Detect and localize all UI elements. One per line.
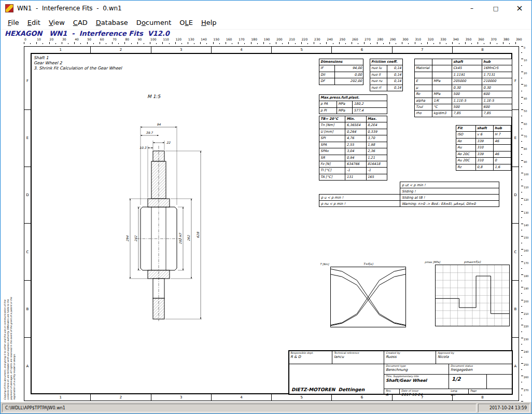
document-type-label: Document type [385, 364, 447, 368]
document-type-value: Berechnung [385, 368, 447, 372]
table-row: nue lu0,14 [370, 65, 403, 72]
temperature-results-table: TB= 20°CMin.Max. Tn [Nm]6,365E48,2E4U [m… [319, 116, 387, 181]
table-row: IF94,00 [319, 65, 363, 72]
menu-ole[interactable]: OLE [175, 17, 197, 28]
menu-file[interactable]: File [4, 17, 23, 28]
dim-label: 202 H7 [178, 232, 182, 244]
frame-ref-cell: 7 [392, 47, 452, 53]
technical-reference-label: Technical reference [333, 351, 383, 355]
frame-ref-cell: 6 [331, 47, 391, 53]
fit-table: Fitshafthub ISOv 6H 7Ao33946Au310Ao 20C3… [456, 125, 511, 171]
table-row: Tn [Nm]6,365E48,2E4 [319, 122, 387, 129]
frame-ref-cell: 5 [271, 47, 331, 53]
frame-rows-left: FEDCBA [24, 53, 31, 394]
table-row: EMPa205000210000 [415, 78, 512, 85]
minimize-icon: – [470, 5, 473, 12]
titleblock-responsible-dept: Responsible dept. R & D [289, 351, 331, 364]
table-row: Ao 20C33946 [456, 151, 511, 157]
pressure-chart: pmax [MPa] pmax=f(x) [425, 260, 512, 334]
dimensions-table: Dimensions IF94,00DII0,00DF202,00 [319, 59, 363, 85]
table-row: SPAx3,042,36 [319, 148, 387, 155]
copyright-note: Copying of this document, and giving it … [4, 294, 16, 400]
minimize-button[interactable]: – [460, 1, 484, 16]
scale-label: M 1:5 [147, 94, 160, 99]
warning-box-right: p ut < p min !Sliding !Sliding at tB !Wa… [400, 182, 499, 207]
maximize-button[interactable]: □ [484, 1, 508, 16]
rev-value: A [385, 393, 399, 397]
approved-by-value: Nicola [437, 355, 512, 360]
document-status-label: Document status [450, 364, 512, 368]
responsible-dept-value: R & D [289, 355, 331, 360]
frame-ref-cell: 6 [331, 394, 391, 401]
frame-ref-cell: C [24, 223, 31, 280]
app-window: WN1 - Interference Fits - 0.wn1 – □ × Fi… [0, 0, 532, 414]
table-row: Au310 [456, 145, 511, 151]
max-pressure-table-title: Max.press.full.plast. [319, 95, 387, 101]
dim-label: 94 [157, 122, 161, 126]
titleblock-sheet: 1/2 [450, 375, 486, 389]
table-row: p PIMPa577,4 [319, 107, 387, 114]
material-table: shafthub MaterialCk4516MnCr51.11911.7131… [414, 59, 512, 117]
statusbar: C:\WDLL\APP$TPTPAJW0.wn1 2017-10-24 13:5… [1, 402, 531, 413]
menu-edit[interactable]: Edit [23, 17, 45, 28]
frame-ref-cell: C [512, 223, 519, 280]
frame-ref-cell: 4 [211, 394, 271, 401]
table-row: Tzul°C500600 [415, 104, 512, 110]
table-row: alpha1/K1,11E-51,1E-5 [415, 98, 512, 104]
app-icon [5, 4, 13, 12]
frame-ref-cell: 5 [271, 394, 331, 401]
frame-ref-cell: 1 [31, 394, 90, 401]
max-pressure-table: Max.press.full.plast. p PAMPa180,2p PIMP… [319, 94, 387, 114]
approved-by-label: Approved by [437, 351, 512, 355]
table-row: nue ll0,14 [370, 72, 403, 78]
frame-ref-cell: A [24, 337, 31, 394]
friction-table-title: Friction coeff. [370, 59, 403, 65]
titleblock-technical-reference: Technical reference Iancu [333, 351, 383, 364]
frame-ref-cell: 2 [90, 47, 150, 53]
dim-label: 262 [187, 234, 190, 241]
menu-view[interactable]: View [45, 17, 69, 28]
table-row: p PAMPa180,2 [319, 101, 387, 107]
rev-label: Rev. [385, 389, 399, 393]
table-row: MaterialCk4516MnCr5 [415, 65, 512, 72]
shaft-gear-drawing: 94 39.7 22 10.3 294 242 202 H7 [115, 120, 218, 322]
table-row: nue rl0,14 [370, 85, 403, 91]
drawing-canvas[interactable]: 12345678 12345678 FEDCBA FEDCBA Shaft 1G… [1, 44, 531, 402]
table-row: TA [°C]131165 [319, 174, 387, 180]
dim-label: 22 [166, 141, 171, 144]
menu-database[interactable]: Database [92, 17, 132, 28]
frame-ref-cell: 3 [151, 47, 211, 53]
frame-ref-cell: 4 [211, 47, 271, 53]
frame-ref-cell: A [512, 337, 519, 394]
close-button[interactable]: × [508, 1, 531, 16]
sheet-value: 1/2 [450, 375, 486, 383]
title-label: Title, Supplementary title [385, 375, 447, 378]
status-datetime: 2017-10-24 13:59 [478, 404, 530, 412]
titleblock-lang-value: en [450, 393, 468, 398]
table-row: SPA2,551,98 [319, 142, 387, 148]
torque-chart-plot [330, 267, 406, 327]
line: 3. Shrink Fit Calculation of the Gear Wh… [34, 66, 122, 71]
frame-rows-right: FEDCBA [512, 53, 519, 394]
dim-label: 10.3 [139, 146, 147, 149]
titleblock-document-status: Document status freigegeben [450, 364, 512, 374]
menu-document[interactable]: Document [132, 17, 175, 28]
line: Warning: n>0 -> Bed.: EA=EI, µA=µI, DII=… [400, 200, 499, 207]
dimensions-table-title: Dimensions [319, 59, 363, 65]
date-label: Date of issue [400, 389, 447, 393]
table-row: TI [°C]-1-1 [319, 168, 387, 174]
frame-ref-cell: B [512, 280, 519, 337]
table-row: 1.11911.7131 [415, 72, 512, 78]
menu-help[interactable]: Help [197, 17, 221, 28]
dim-label: 242 [134, 235, 137, 242]
menubar: FileEditViewCADDatabaseDocumentOLEHelp [1, 16, 531, 30]
window-title: WN1 - Interference Fits - 0.wn1 [17, 5, 122, 12]
menu-cad[interactable]: CAD [69, 17, 92, 28]
app-header: HEXAGON WN1 - Interference Fits V12.0 [1, 30, 531, 38]
lang-value: en [450, 393, 468, 397]
frame-ref-cell: F [512, 53, 519, 109]
title-block: Responsible dept. R & D Technical refere… [288, 350, 513, 395]
horizontal-ruler: 0102030405060708090100110120130140150160… [24, 38, 515, 44]
frame-ref-cell: D [512, 167, 519, 224]
torque-chart-title: T=f(x) [330, 262, 406, 266]
